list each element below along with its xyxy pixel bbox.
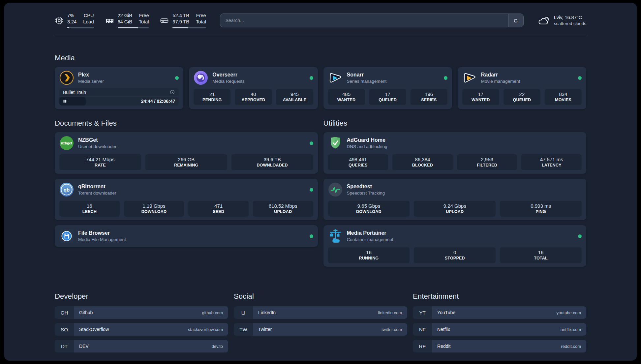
service-name: Overseerr bbox=[212, 72, 245, 78]
stat-total: 16 TOTAL bbox=[500, 247, 582, 263]
stat-series: 196 SERIES bbox=[411, 89, 447, 105]
memory-progress-bar bbox=[118, 27, 149, 28]
service-card-plex[interactable]: Plex Media server Bullet Train bbox=[55, 67, 183, 109]
resource-widgets: 7% CPU 3.24 Load bbox=[55, 13, 206, 28]
stat-ping: 0.993 ms PING bbox=[500, 201, 582, 217]
bookmark-abbr: NF bbox=[413, 323, 432, 336]
pause-icon[interactable] bbox=[63, 99, 67, 103]
speedtest-pulse-icon bbox=[328, 182, 343, 197]
bookmark-abbr: GH bbox=[55, 306, 74, 319]
stat-latency: 47.571 ms LATENCY bbox=[521, 154, 582, 170]
memory-total-label: Total bbox=[139, 19, 149, 25]
bookmark-stackoverflow[interactable]: SO StackOverflow stackoverflow.com bbox=[55, 323, 228, 336]
bookmark-name: LinkedIn bbox=[258, 310, 276, 315]
bookmark-abbr: DT bbox=[55, 340, 74, 352]
portainer-crane-icon bbox=[328, 229, 343, 243]
service-card-radarr[interactable]: Radarr Movie management 17 WANTED 22 QUE… bbox=[458, 67, 586, 109]
bookmark-netflix[interactable]: NF Netflix netflix.com bbox=[413, 323, 586, 336]
status-dot bbox=[310, 234, 313, 238]
service-card-portainer[interactable]: Media Portainer Container management 16 … bbox=[323, 225, 587, 267]
service-name: Sonarr bbox=[347, 72, 387, 78]
search-provider-button[interactable]: G bbox=[508, 14, 523, 27]
service-card-sonarr[interactable]: Sonarr Series management 485 WANTED 17 Q… bbox=[323, 67, 452, 109]
session-settings-icon[interactable] bbox=[169, 89, 175, 95]
bookmark-domain: github.com bbox=[202, 310, 223, 315]
service-description: Media Requests bbox=[212, 78, 245, 84]
bookmark-domain: twitter.com bbox=[382, 327, 402, 332]
status-dot bbox=[444, 76, 447, 80]
bookmark-domain: linkedin.com bbox=[378, 310, 402, 315]
cpu-load-value: 3.24 bbox=[67, 19, 76, 25]
service-card-adguard-home[interactable]: AdGuard Home DNS and adblocking 498,461 … bbox=[323, 132, 587, 174]
bookmark-dev[interactable]: DT DEV dev.to bbox=[55, 340, 228, 352]
memory-free-value: 22 GiB bbox=[118, 13, 132, 19]
service-card-qbittorrent[interactable]: qb qBittorrent Torrent downloader 16 LEE… bbox=[55, 179, 318, 220]
disk-icon bbox=[160, 16, 169, 25]
bookmark-group-social: Social LI LinkedIn linkedin.com TW Twitt… bbox=[234, 292, 407, 340]
memory-widget: 22 GiB Free 64 GiB Total bbox=[105, 13, 149, 28]
service-card-nzbget[interactable]: nzbget NZBGet Usenet downloader 744.21 M… bbox=[55, 132, 318, 174]
section-media: Media Plex Media server bbox=[55, 54, 586, 109]
filebrowser-icon bbox=[59, 229, 74, 243]
bookmark-name: Reddit bbox=[437, 344, 450, 349]
stat-blocked: 86,384 BLOCKED bbox=[392, 154, 453, 170]
header-divider bbox=[55, 35, 586, 35]
service-description: Series management bbox=[347, 78, 387, 84]
status-dot bbox=[310, 141, 313, 145]
service-card-filebrowser[interactable]: File Browser Media File Management bbox=[55, 225, 318, 247]
disk-free-label: Free bbox=[196, 13, 206, 19]
service-card-overseerr[interactable]: Overseerr Media Requests 21 PENDING 40 A… bbox=[189, 67, 318, 109]
service-name: Speedtest bbox=[347, 183, 385, 190]
bookmark-abbr: YT bbox=[413, 306, 432, 319]
bookmark-reddit[interactable]: RE Reddit reddit.com bbox=[413, 340, 586, 352]
playback-progress-bar[interactable]: 24:44 / 02:06:47 bbox=[59, 97, 179, 106]
media-section-title: Media bbox=[55, 54, 586, 62]
stat-stopped: 0 STOPPED bbox=[414, 247, 496, 263]
stat-queued: 17 QUEUED bbox=[369, 89, 406, 105]
status-dot bbox=[175, 76, 179, 80]
dashboard-window: 7% CPU 3.24 Load bbox=[4, 3, 637, 361]
sonarr-icon bbox=[328, 71, 343, 85]
status-dot bbox=[578, 234, 582, 238]
bookmark-abbr: TW bbox=[234, 323, 253, 336]
bookmark-name: YouTube bbox=[437, 310, 455, 315]
cpu-load-label: Load bbox=[83, 19, 94, 25]
stat-approved: 40 APPROVED bbox=[235, 89, 272, 105]
stat-movies: 834 MOVIES bbox=[545, 89, 582, 105]
bookmark-linkedin[interactable]: LI LinkedIn linkedin.com bbox=[234, 306, 407, 319]
service-name: Media Portainer bbox=[347, 230, 393, 236]
cpu-icon bbox=[55, 16, 64, 25]
bookmark-youtube[interactable]: YT YouTube youtube.com bbox=[413, 306, 586, 319]
status-dot bbox=[578, 76, 582, 80]
search-input[interactable] bbox=[220, 14, 508, 27]
service-name: NZBGet bbox=[78, 137, 116, 143]
service-description: Media File Management bbox=[78, 237, 126, 243]
cpu-usage-label: CPU bbox=[83, 13, 94, 19]
social-section-title: Social bbox=[234, 292, 407, 301]
status-dot bbox=[310, 188, 313, 192]
plex-icon bbox=[59, 71, 74, 85]
bookmark-twitter[interactable]: TW Twitter twitter.com bbox=[234, 323, 407, 336]
bookmark-domain: netflix.com bbox=[561, 327, 581, 332]
stat-leech: 16 LEECH bbox=[59, 201, 120, 217]
service-description: Container management bbox=[347, 237, 393, 243]
bookmark-github[interactable]: GH Github github.com bbox=[55, 306, 228, 319]
stat-available: 945 AVAILABLE bbox=[276, 89, 313, 105]
topbar: 7% CPU 3.24 Load bbox=[55, 13, 586, 28]
now-playing-title: Bullet Train bbox=[63, 90, 86, 95]
stat-downloaded: 39.6 TB DOWNLOADED bbox=[231, 154, 313, 170]
scattered-clouds-icon bbox=[537, 15, 550, 26]
service-description: Usenet downloader bbox=[78, 144, 116, 150]
search-form: G bbox=[220, 14, 524, 27]
service-name: File Browser bbox=[78, 230, 126, 236]
stat-rate: 744.21 Mbps RATE bbox=[59, 154, 141, 170]
section-utilities: Utilities AdGuard Home DNS and adblockin… bbox=[323, 119, 587, 272]
bookmark-group-developer: Developer GH Github github.com SO StackO… bbox=[55, 292, 228, 357]
documents-section-title: Documents & Files bbox=[55, 119, 318, 128]
service-card-speedtest[interactable]: Speedtest Speedtest Tracking 9.65 Gbps D… bbox=[323, 179, 587, 220]
bookmark-abbr: SO bbox=[55, 323, 74, 336]
disk-widget: 52.4 TB Free 97.9 TB Total bbox=[160, 13, 206, 28]
playback-time: 24:44 / 02:06:47 bbox=[141, 99, 179, 104]
service-name: AdGuard Home bbox=[347, 137, 387, 143]
bookmark-group-entertainment: Entertainment YT YouTube youtube.com NF … bbox=[413, 292, 586, 357]
